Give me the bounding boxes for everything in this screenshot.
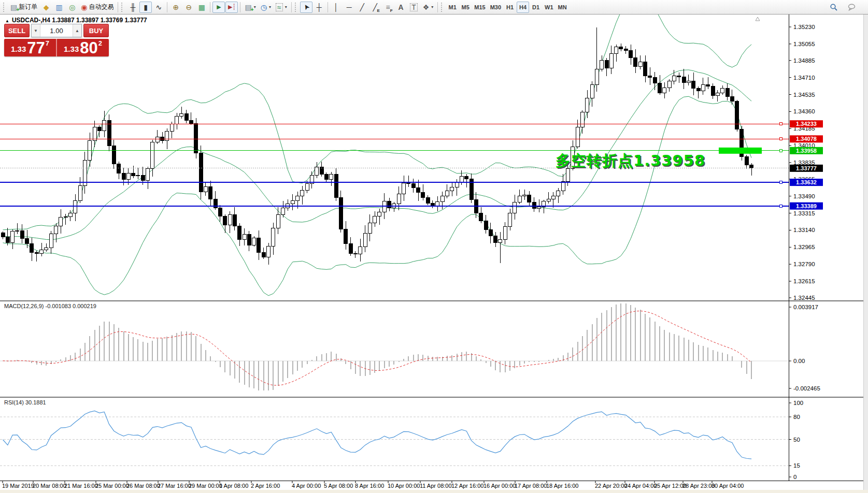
sell-button[interactable]: SELL [4, 24, 30, 37]
candlestick-button[interactable]: ▮ [139, 2, 152, 13]
svg-text:18 Apr 16:00: 18 Apr 16:00 [546, 483, 578, 489]
sell-price-prefix: 1.33 [11, 45, 26, 53]
zoom-out-button[interactable]: ⊖ [182, 2, 195, 13]
trendline-button[interactable]: ╱ [356, 2, 368, 13]
svg-text:1.33389: 1.33389 [796, 203, 817, 209]
buy-price-display[interactable]: 1.33 80 2 [56, 39, 109, 56]
volume-decrease-button[interactable]: ▼ [32, 24, 40, 37]
new-order-menu-button[interactable]: ▤+▾ [243, 2, 258, 13]
signals-button[interactable]: ◎ [66, 2, 78, 13]
periods-menu-button[interactable]: ◷▾ [259, 2, 273, 13]
toolbar-separator [291, 2, 292, 12]
toolbar-grip [3, 3, 6, 12]
svg-text:10 Apr 00:00: 10 Apr 00:00 [388, 483, 420, 489]
autoscroll-icon: ▶ [217, 4, 221, 10]
timeframe-h4[interactable]: H4 [517, 2, 529, 13]
mt4-terminal-window: ▤+新订单◆▥◎◉自动交易╫▮∿⊕⊖▦▶▶┆▤+▾◷▾≈▾➤┼│─╱╱E≡FAT… [0, 0, 868, 493]
window-edge-strip [863, 15, 868, 490]
timeframe-w1[interactable]: W1 [543, 2, 556, 13]
panel-separator[interactable] [0, 397, 868, 398]
autotrading-button[interactable]: ◉自动交易 [79, 2, 116, 13]
candlestick-icon: ▮ [144, 4, 148, 11]
buy-price-sup: 2 [98, 39, 102, 47]
timeframe-mn[interactable]: MN [556, 2, 569, 13]
timeframe-m5[interactable]: M5 [459, 2, 472, 13]
macd-indicator-label: MACD(12,26,9) -0.001083 0.000219 [4, 303, 96, 309]
autoscroll-button[interactable]: ▶ [212, 2, 225, 13]
buy-button[interactable]: BUY [83, 24, 109, 37]
volume-input[interactable] [40, 24, 73, 37]
svg-text:1.35055: 1.35055 [793, 41, 815, 47]
volume-increase-button[interactable]: ▲ [73, 24, 81, 37]
level-handle[interactable] [779, 149, 782, 152]
timeframe-m15[interactable]: M15 [472, 2, 487, 13]
svg-text:50: 50 [793, 437, 800, 443]
channel-button[interactable]: ╱E [369, 2, 381, 13]
candlestick-series [1, 27, 753, 265]
svg-text:25 Mar 00:00: 25 Mar 00:00 [95, 483, 129, 489]
toolbar-grip [121, 3, 124, 12]
sell-price-display[interactable]: 1.33 77 7 [4, 39, 56, 56]
new-order-button-label: 新订单 [19, 3, 37, 11]
svg-text:21 Mar 16:00: 21 Mar 16:00 [64, 483, 98, 489]
chart-shift-button[interactable]: ▶┆ [225, 2, 238, 13]
level-handle[interactable] [779, 205, 782, 207]
zoom-in-button[interactable]: ⊕ [169, 2, 182, 13]
timeframe-d1[interactable]: D1 [530, 2, 542, 13]
fibonacci-button[interactable]: ≡F [382, 2, 394, 13]
chart-shift-marker[interactable] [756, 17, 760, 21]
timeframe-h1[interactable]: H1 [504, 2, 516, 13]
channel-icon: ╱E [373, 4, 377, 11]
autotrading-icon: ◉ [81, 4, 87, 11]
svg-text:1.33490: 1.33490 [793, 193, 815, 199]
arrows-button[interactable]: ❖▾ [421, 2, 436, 13]
styles-button[interactable]: ◆ [40, 2, 52, 13]
svg-text:5 Apr 08:00: 5 Apr 08:00 [324, 483, 353, 489]
search-button[interactable] [828, 2, 840, 13]
line-chart-button[interactable]: ∿ [152, 2, 165, 13]
sell-price-big: 77 [27, 41, 45, 55]
chat-button[interactable] [845, 2, 859, 13]
collapse-chart-icon[interactable]: ▲ [5, 19, 9, 23]
search-icon [830, 3, 838, 11]
toolbar: ▤+新订单◆▥◎◉自动交易╫▮∿⊕⊖▦▶▶┆▤+▾◷▾≈▾➤┼│─╱╱E≡FAT… [0, 0, 868, 15]
crosshair-button[interactable]: ┼ [313, 2, 325, 13]
vertical-line-button[interactable]: │ [330, 2, 343, 13]
tile-windows-button[interactable]: ▦ [195, 2, 208, 13]
pivot-highlight-rect[interactable] [719, 148, 762, 154]
new-order-button[interactable]: ▤+新订单 [8, 2, 39, 13]
svg-text:1.34360: 1.34360 [793, 108, 815, 114]
macd-signal-line [3, 311, 752, 385]
line-chart-icon: ∿ [156, 4, 162, 11]
indicators-menu-button[interactable]: ≈▾ [274, 2, 289, 13]
horizontal-line-button[interactable]: ─ [343, 2, 355, 13]
chart-region: 1.352301.350551.348851.347101.345351.343… [0, 15, 868, 493]
level-handle[interactable] [779, 123, 782, 125]
svg-text:1.34885: 1.34885 [793, 57, 815, 64]
bar-chart-button[interactable]: ╫ [126, 2, 139, 13]
profiles-button[interactable]: ▥ [53, 2, 65, 13]
toolbar-separator [167, 2, 167, 12]
arrows-icon: ❖ [423, 4, 430, 11]
text-button[interactable]: A [395, 2, 407, 13]
macd-histogram [3, 303, 752, 390]
text-label-button[interactable]: T [408, 2, 420, 13]
timeframe-m30[interactable]: M30 [488, 2, 503, 13]
time-axis: 19 Mar 201920 Mar 08:0021 Mar 16:0025 Ma… [2, 481, 744, 489]
pivot-annotation[interactable]: 多空转折点1.33958 [556, 151, 705, 171]
svg-text:0.00: 0.00 [793, 358, 805, 364]
svg-text:11 Apr 08:00: 11 Apr 08:00 [420, 483, 452, 489]
level-handle[interactable] [779, 181, 782, 184]
buy-price-prefix: 1.33 [64, 45, 79, 53]
profiles-icon: ▥ [56, 4, 63, 11]
hline-icon: ─ [347, 4, 352, 11]
level-handle[interactable] [779, 138, 782, 140]
cursor-button[interactable]: ➤ [300, 2, 312, 13]
svg-text:100: 100 [793, 400, 803, 406]
zoom-in-icon: ⊕ [173, 4, 179, 11]
chart-canvas[interactable]: 1.352301.350551.348851.347101.345351.343… [0, 15, 868, 493]
timeframe-m1[interactable]: M1 [446, 2, 459, 13]
chevron-down-icon: ▾ [254, 5, 256, 9]
panel-separator[interactable] [0, 300, 868, 301]
fibo-icon: ≡F [386, 4, 390, 11]
